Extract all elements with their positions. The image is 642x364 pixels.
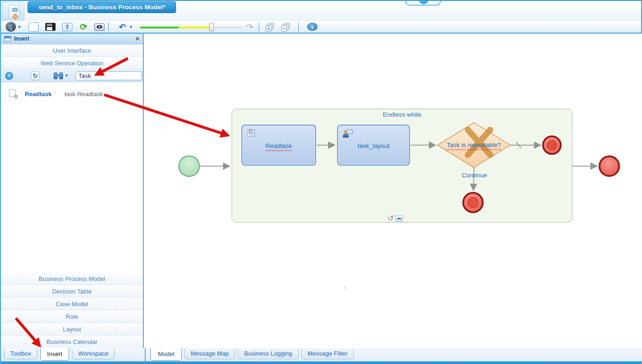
new-document-button[interactable]: [28, 22, 39, 32]
task-label: task_layout: [338, 142, 409, 149]
diagram-canvas[interactable]: Endless while: [145, 34, 642, 348]
remove-layer-button[interactable]: −: [282, 23, 292, 31]
gear-icon: ⚙: [14, 94, 18, 100]
sidebar-section-layout[interactable]: Layout: [1, 323, 143, 336]
binocular-bridge: [57, 74, 60, 77]
flow-label-continue: Continue: [446, 172, 502, 179]
section-label: Business Calendar: [46, 338, 97, 345]
refresh-icon: ↻: [33, 72, 38, 79]
tab-label: Toolbox: [10, 350, 31, 357]
minus-icon: −: [282, 26, 287, 31]
tab-model[interactable]: Model: [150, 348, 182, 361]
tab-label: Business Logging: [244, 350, 292, 357]
tab-label: Insert: [47, 350, 63, 357]
zoom-slider-green-segment: [140, 27, 179, 28]
title-bar: send_to_inbox - Business Process Model*: [1, 0, 641, 21]
zoom-slider-track: [214, 27, 242, 28]
tab-workspace[interactable]: Workspace: [72, 349, 114, 359]
main-toolbar: ❮ ▼ ⇧ ⟳ ↶ ▼ ↷ + − i: [1, 21, 641, 34]
app-logo-icon: [9, 5, 20, 19]
undo-dropdown-caret-icon[interactable]: ▼: [129, 25, 133, 29]
sidebar-section-user-interface[interactable]: User Interface: [1, 44, 143, 57]
document-title: send_to_inbox - Business Process Model*: [38, 4, 165, 11]
undo-button[interactable]: ↶: [117, 22, 127, 32]
undo-icon: ↶: [119, 22, 126, 32]
publish-button[interactable]: ⇧: [62, 23, 72, 31]
sidebar-section-web-service-operation[interactable]: Web Service Operation: [1, 57, 143, 70]
loop-container-controls: ↺: [388, 215, 403, 222]
gear-icon: ⚙: [247, 128, 254, 135]
zoom-slider[interactable]: [140, 23, 242, 31]
info-button[interactable]: i: [307, 23, 317, 31]
navigate-back-icon: ❮: [8, 24, 13, 30]
window-bottom-border: [1, 361, 641, 364]
section-label: Web Service Operation: [41, 60, 103, 67]
tab-business-logging[interactable]: Business Logging: [238, 349, 299, 359]
section-label: Business Process Model: [39, 275, 105, 282]
section-label: Layout: [63, 326, 81, 333]
task-label: Readtask: [242, 142, 315, 149]
redo-icon: ↷: [246, 22, 253, 32]
loop-icon: ↺: [388, 215, 394, 222]
document-title-tab[interactable]: send_to_inbox - Business Process Model*: [28, 1, 176, 13]
sidebar-section-case-model[interactable]: Case Model: [1, 298, 143, 310]
tab-message-filter[interactable]: Message Filter: [301, 349, 354, 359]
redo-button-disabled[interactable]: ↷: [245, 22, 255, 32]
tab-toolbox[interactable]: Toolbox: [4, 349, 37, 359]
add-layer-button[interactable]: +: [266, 23, 276, 31]
collapse-arrow-icon: [419, 1, 429, 4]
eye-icon: [97, 25, 102, 28]
end-event-inner-circle: [547, 140, 557, 150]
insert-panel-header: Insert ✕: [1, 34, 143, 44]
top-panel-collapse-handle[interactable]: [405, 1, 441, 6]
minus-icon: [397, 218, 401, 219]
tab-label: Model: [158, 350, 174, 357]
toolbar-separator: [298, 23, 299, 31]
save-button[interactable]: [45, 23, 56, 31]
close-icon[interactable]: ✕: [135, 36, 140, 42]
diagram-shapes-layer: [145, 34, 642, 348]
app-logo-button[interactable]: [2, 2, 24, 21]
window-icon: [4, 36, 11, 42]
app-logo-node-shape: [12, 8, 18, 12]
tab-label: Message Map: [190, 350, 229, 357]
section-label: User Interface: [53, 47, 91, 54]
start-event[interactable]: [179, 156, 199, 176]
sidebar-section-decision-table[interactable]: Decision Table: [1, 285, 143, 298]
navigate-back-button[interactable]: ❮: [6, 22, 16, 32]
person-body-shape: [343, 133, 349, 138]
tab-insert[interactable]: Insert: [40, 348, 70, 361]
navigate-dropdown-caret-icon[interactable]: ▼: [17, 25, 21, 29]
collapse-container-button[interactable]: [395, 215, 403, 222]
binocular-lens: [59, 72, 63, 79]
refresh-button[interactable]: ⟳: [78, 22, 89, 32]
tab-message-map[interactable]: Message Map: [184, 349, 235, 359]
search-options-caret-icon[interactable]: ▼: [64, 73, 69, 78]
person-head-shape: [344, 130, 347, 133]
end-event-process[interactable]: [600, 156, 619, 176]
toolbar-separator: [259, 23, 259, 31]
refresh-list-button[interactable]: ↻: [31, 71, 40, 80]
toolbar-separator: [108, 23, 109, 31]
tab-label: Message Filter: [308, 350, 347, 357]
task-task-layout[interactable]: task_layout: [337, 125, 410, 166]
zoom-slider-handle[interactable]: [209, 23, 214, 31]
result-name: Readtask: [25, 91, 50, 98]
insert-panel: Insert ✕ User Interface Web Service Oper…: [1, 34, 144, 348]
search-icon[interactable]: [54, 72, 63, 79]
sidebar-section-business-calendar[interactable]: Business Calendar: [1, 336, 143, 348]
flow-gateway-continue[interactable]: [473, 168, 474, 190]
search-toolbar: ▼ ↻ ▼: [1, 70, 143, 82]
list-item-readtask[interactable]: ⚙ Readtask task.Readtask: [1, 88, 143, 100]
preview-button[interactable]: [94, 23, 105, 31]
info-icon: i: [311, 24, 313, 30]
sidebar-section-role[interactable]: Role: [1, 310, 143, 323]
collapse-section-button[interactable]: ▼: [5, 72, 13, 80]
automated-task-icon: ⚙: [247, 129, 257, 139]
sidebar-section-business-process-model[interactable]: Business Process Model: [1, 273, 143, 285]
refresh-icon: ⟳: [80, 23, 87, 31]
search-input[interactable]: [76, 71, 142, 80]
gateway-label: Task is repeatable?: [437, 141, 510, 148]
user-form-icon: [343, 129, 353, 139]
task-readtask[interactable]: ⚙ Readtask: [241, 125, 316, 166]
